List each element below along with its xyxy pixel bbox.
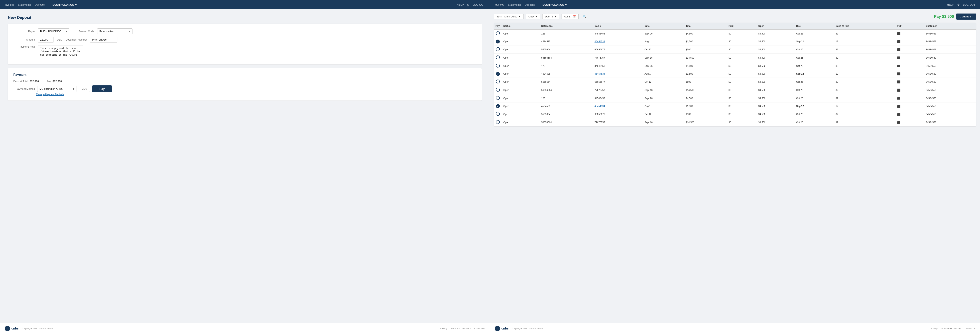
ccv-button[interactable]: CCV (79, 86, 90, 92)
doc-link[interactable]: 45454534 (595, 73, 605, 75)
days-cell: 32 (834, 86, 895, 94)
chevron-down-icon: ▼ (75, 3, 77, 6)
customer-cell: 34534553 (924, 45, 976, 54)
paid-cell: $0 (727, 110, 757, 118)
pay-checkbox[interactable] (496, 72, 500, 76)
location-dropdown[interactable]: 4544 - Main Office ▼ (494, 14, 523, 19)
pdf-icon[interactable]: ⬛ (897, 32, 900, 35)
doc-link[interactable]: 45454534 (595, 105, 605, 108)
method-select-wrap: MC ending on *3456 ▼ (37, 86, 76, 92)
pay-checkbox[interactable] (496, 120, 500, 124)
total-cell: $14,500 (684, 86, 727, 94)
open-cell: $4,500 (757, 30, 795, 38)
footer-contact-right[interactable]: Contact Us (965, 327, 975, 330)
nav-item-invoices[interactable]: Invoices (5, 3, 14, 7)
nav-item-statements[interactable]: Statements (18, 3, 31, 7)
note-textarea[interactable]: This is a payment for some future invoic… (38, 45, 83, 57)
date-value: Apr-17 (564, 15, 572, 18)
reference-cell: 123 (539, 94, 593, 102)
method-select[interactable]: MC ending on *3456 (37, 86, 76, 92)
pay-checkbox[interactable] (496, 40, 500, 43)
pay-checkbox[interactable] (496, 64, 500, 68)
nav-item-invoices-right[interactable]: Invoices (495, 2, 504, 7)
footer-terms-right[interactable]: Terms and Conditions (940, 327, 961, 330)
amount-label: Amount (13, 38, 35, 41)
currency-label: USD (57, 38, 62, 41)
nav-item-deposits[interactable]: Deposits (35, 2, 45, 7)
due-cell: Oct 26 (795, 110, 834, 118)
days-cell: 12 (834, 70, 895, 78)
nav-item-deposits-right[interactable]: Deposits (525, 3, 535, 7)
pdf-icon[interactable]: ⬛ (897, 40, 900, 43)
pdf-cell: ⬛ (896, 30, 924, 38)
pay-checkbox[interactable] (496, 56, 500, 59)
status-cell: Open (502, 38, 539, 45)
table-row: Open12334543453Sept 26$4,500$0$4,500Oct … (494, 30, 976, 38)
logout-link-left[interactable]: LOG OUT (473, 3, 485, 6)
days-cell: 32 (834, 30, 895, 38)
amount-input[interactable] (38, 37, 54, 43)
doc-cell: 77676757 (593, 86, 643, 94)
payer-label: Payer (13, 30, 35, 33)
paid-cell: $0 (727, 38, 757, 45)
right-footer: c cnbs Copyright 2018 CNBS Software Priv… (490, 323, 980, 334)
doc-input[interactable] (90, 37, 118, 43)
table-row: Open556566465656677Oct 12$500$0$4,500Oct… (494, 110, 976, 118)
due-filter-dropdown[interactable]: Due Til ▼ (542, 14, 559, 19)
manage-payment-methods-link[interactable]: Manage Payment Methods (36, 93, 476, 96)
footer-privacy-right[interactable]: Privacy (931, 327, 937, 330)
pay-checkbox[interactable] (496, 112, 500, 116)
paid-cell: $0 (727, 118, 757, 127)
days-cell: 32 (834, 118, 895, 127)
date-cell: Aug 1 (643, 70, 684, 78)
pdf-icon[interactable]: ⬛ (897, 80, 900, 83)
continue-button[interactable]: Continue › (956, 14, 976, 19)
col-paid: Paid (727, 23, 757, 30)
gear-icon-left[interactable]: ⚙ (467, 3, 469, 6)
open-cell: $4,500 (757, 102, 795, 110)
pdf-icon[interactable]: ⬛ (897, 113, 900, 116)
doc-link[interactable]: 45454534 (595, 40, 605, 43)
pdf-cell: ⬛ (896, 70, 924, 78)
chevron-down-icon-right: ▼ (565, 3, 567, 6)
pay-checkbox[interactable] (496, 88, 500, 92)
payer-select[interactable]: BUCH HOLDINGS (38, 29, 69, 34)
method-row: Payment Method MC ending on *3456 ▼ CCV … (13, 86, 476, 92)
footer-privacy-left[interactable]: Privacy (440, 327, 447, 330)
nav-brand-right[interactable]: BUSH HOLDINGS ▼ (542, 3, 567, 6)
search-button[interactable]: 🔍 (581, 13, 588, 19)
reference-cell: 56656564 (539, 86, 593, 94)
gear-icon-right[interactable]: ⚙ (957, 3, 960, 6)
status-cell: Open (502, 45, 539, 54)
page-title: New Deposit (8, 15, 482, 20)
pay-checkbox[interactable] (496, 31, 500, 35)
nav-brand-left[interactable]: BUSH HOLDINGS ▼ (52, 3, 77, 6)
logout-link-right[interactable]: LOG OUT (963, 3, 975, 6)
nav-item-statements-right[interactable]: Statements (508, 3, 521, 7)
pdf-icon[interactable]: ⬛ (897, 48, 900, 51)
pay-checkbox[interactable] (496, 104, 500, 108)
pdf-icon[interactable]: ⬛ (897, 105, 900, 108)
help-link-left[interactable]: HELP (457, 3, 464, 6)
left-footer: c cnbs Copyright 2018 CNBS Software Priv… (0, 323, 490, 334)
paid-cell: $0 (727, 70, 757, 78)
due-cell: Oct 26 (795, 45, 834, 54)
reason-label: Reason Code (73, 30, 94, 33)
table-row: Open5665656477676757Sept 16$14,500$0$4,5… (494, 86, 976, 94)
pay-checkbox[interactable] (496, 80, 500, 83)
pay-button[interactable]: Pay (92, 86, 112, 92)
doc-cell: 65656677 (593, 45, 643, 54)
currency-dropdown[interactable]: USD ▼ (526, 14, 540, 19)
footer-contact-left[interactable]: Contact Us (474, 327, 485, 330)
help-link-right[interactable]: HELP (947, 3, 954, 6)
doc-cell: 65656677 (593, 110, 643, 118)
pay-checkbox[interactable] (496, 47, 500, 51)
reason-select[interactable]: Pmnt on Acct (97, 29, 132, 34)
footer-terms-left[interactable]: Terms and Conditions (450, 327, 471, 330)
pdf-icon[interactable]: ⬛ (897, 89, 900, 92)
date-picker[interactable]: Apr-17 📅 (562, 14, 579, 19)
pay-checkbox[interactable] (496, 96, 500, 100)
customer-cell: 34534553 (924, 70, 976, 78)
pdf-icon[interactable]: ⬛ (897, 72, 900, 75)
col-customer: Customer (924, 23, 976, 30)
